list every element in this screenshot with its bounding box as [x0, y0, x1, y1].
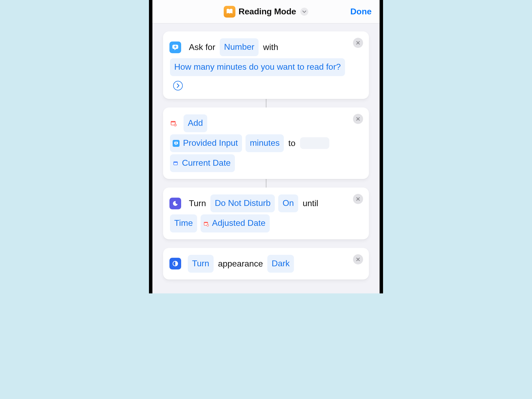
moon-icon	[169, 198, 181, 209]
token-label: Adjusted Date	[212, 218, 265, 228]
unit-token[interactable]: minutes	[246, 134, 284, 152]
delete-action-button[interactable]	[353, 38, 363, 48]
action-ask-for-input[interactable]: Ask for Number with How many minutes do …	[163, 31, 369, 99]
empty-token[interactable]	[300, 137, 329, 149]
expand-options-icon[interactable]	[173, 81, 183, 90]
delete-action-button[interactable]	[353, 114, 363, 124]
ask-input-icon	[169, 41, 181, 53]
operation-token[interactable]: Turn	[188, 255, 214, 273]
calendar-adjust-icon	[169, 119, 177, 127]
delete-action-button[interactable]	[353, 194, 363, 204]
spacer	[163, 280, 369, 288]
adjusted-date-token[interactable]: Adjusted Date	[201, 214, 270, 232]
navbar: Reading Mode Done	[152, 0, 380, 23]
action-set-appearance[interactable]: Turn appearance Dark	[163, 248, 369, 280]
label: to	[288, 138, 296, 148]
action-adjust-date[interactable]: Add Provided Input minutes to	[163, 107, 369, 179]
screen: Reading Mode Done Ask for Number	[152, 0, 380, 293]
until-mode-token[interactable]: Time	[170, 214, 197, 232]
svg-point-11	[207, 225, 209, 226]
books-app-icon	[224, 6, 235, 18]
connector-line	[266, 99, 267, 107]
done-button[interactable]: Done	[350, 7, 372, 16]
operation-token[interactable]: Add	[184, 114, 207, 132]
provided-input-token[interactable]: Provided Input	[170, 134, 242, 152]
action-text: Turn appearance Dark	[169, 254, 350, 274]
label: appearance	[218, 259, 263, 268]
action-set-focus[interactable]: Turn Do Not Disturb On until Time Adjust…	[163, 188, 369, 239]
ask-input-icon	[173, 140, 180, 147]
chevron-down-icon[interactable]	[300, 8, 308, 16]
input-type-token[interactable]: Number	[220, 38, 259, 56]
action-text: Ask for Number with How many minutes do …	[169, 37, 350, 93]
focus-token[interactable]: Do Not Disturb	[210, 194, 275, 212]
prompt-token[interactable]: How many minutes do you want to read for…	[170, 58, 345, 76]
token-label: Provided Input	[183, 138, 238, 148]
delete-action-button[interactable]	[353, 254, 363, 264]
shortcut-title: Reading Mode	[239, 7, 296, 16]
label: Ask for	[189, 42, 215, 52]
token-label: Current Date	[182, 158, 231, 168]
actions-list: Ask for Number with How many minutes do …	[152, 23, 380, 293]
label: until	[303, 198, 318, 208]
current-date-token[interactable]: Current Date	[170, 154, 235, 172]
state-token[interactable]: On	[278, 194, 298, 212]
spacer	[163, 239, 369, 248]
label: with	[263, 42, 278, 52]
calendar-icon	[173, 160, 178, 166]
device-frame: Reading Mode Done Ask for Number	[149, 0, 383, 293]
action-text: Turn Do Not Disturb On until Time Adjust…	[169, 193, 350, 233]
action-text: Add Provided Input minutes to	[169, 113, 350, 173]
label: Turn	[189, 198, 206, 208]
appearance-icon	[169, 258, 181, 269]
navbar-title-group[interactable]: Reading Mode	[224, 6, 308, 18]
appearance-mode-token[interactable]: Dark	[267, 255, 294, 273]
connector-line	[266, 179, 267, 188]
svg-rect-7	[174, 163, 177, 165]
calendar-adjust-icon	[203, 221, 209, 227]
